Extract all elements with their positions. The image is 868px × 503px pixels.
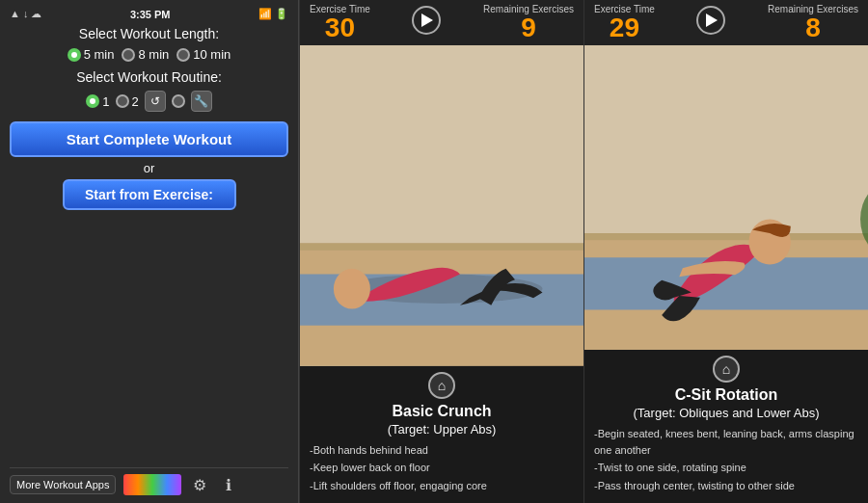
bottom-bar: More Workout Apps ⚙ ℹ — [10, 467, 288, 495]
app-icons-preview — [123, 474, 181, 495]
label-routine-2: 2 — [132, 94, 139, 109]
instruction-2-1: -Begin seated, knees bent, leaning back,… — [594, 426, 858, 458]
svg-point-7 — [334, 269, 370, 309]
exercise-time-value-2: 29 — [610, 14, 639, 41]
gear-icon[interactable]: ⚙ — [189, 474, 210, 495]
exercise-name-1: Basic Crunch — [310, 403, 574, 420]
instruction-1-1: -Both hands behind head — [310, 442, 574, 459]
svg-rect-2 — [300, 243, 583, 251]
radio-8min[interactable] — [122, 48, 135, 62]
play-button-2[interactable] — [696, 6, 725, 35]
home-btn-container-1: ⌂ — [310, 372, 574, 399]
video-area-1 — [300, 45, 583, 366]
instruction-1-2: -Keep lower back on floor — [310, 460, 574, 476]
exercise-time-stat-1: Exercise Time 30 — [310, 4, 370, 41]
svg-rect-10 — [584, 233, 868, 240]
play-button-1[interactable] — [412, 6, 441, 35]
status-bar: ▲ ↓ ☁ 3:35 PM 📶 🔋 — [10, 8, 288, 20]
remaining-value-2: 8 — [805, 14, 821, 41]
left-panel: ▲ ↓ ☁ 3:35 PM 📶 🔋 Select Workout Length:… — [0, 0, 299, 503]
radio-routine-2[interactable] — [116, 94, 129, 108]
instruction-2-2: -Twist to one side, rotating spine — [594, 460, 858, 476]
exercise-panel-1: Exercise Time 30 Remaining Exercises 9 — [299, 0, 583, 503]
instruction-1-3: -Lift shoulders off floor, engaging core — [310, 478, 574, 494]
routine-2[interactable]: 2 — [116, 94, 139, 109]
svg-rect-1 — [300, 45, 583, 247]
status-icons: ▲ ↓ ☁ — [10, 8, 42, 20]
workout-length-group: 5 min 8 min 10 min — [10, 47, 288, 62]
remaining-value-1: 9 — [521, 14, 536, 41]
right-panels: Exercise Time 30 Remaining Exercises 9 — [299, 0, 868, 503]
exercise-header-2: Exercise Time 29 Remaining Exercises 8 — [584, 0, 868, 45]
exercise-instructions-2: -Begin seated, knees bent, leaning back,… — [594, 426, 858, 493]
remaining-stat-1: Remaining Exercises 9 — [483, 4, 574, 41]
exercise-image-1 — [300, 45, 583, 366]
label-5min: 5 min — [84, 47, 115, 62]
length-5min[interactable]: 5 min — [68, 47, 115, 62]
radio-routine-extra[interactable] — [172, 94, 185, 108]
battery-icon: 📶 🔋 — [258, 8, 288, 20]
more-apps-label: More Workout Apps — [16, 479, 109, 490]
exercise-bg-svg-1 — [300, 45, 583, 366]
start-complete-workout-button[interactable]: Start Complete Workout — [10, 121, 288, 157]
exercise-target-1: (Target: Upper Abs) — [310, 422, 574, 437]
start-from-exercise-button[interactable]: Start from Exercise: — [63, 179, 236, 210]
length-8min[interactable]: 8 min — [122, 47, 169, 62]
exercise-footer-1: ⌂ Basic Crunch (Target: Upper Abs) -Both… — [300, 366, 583, 504]
workout-length-label: Select Workout Length: — [10, 26, 288, 41]
home-button-2[interactable]: ⌂ — [713, 356, 740, 383]
more-apps-button[interactable]: More Workout Apps — [10, 475, 116, 494]
instruction-2-3: -Pass through center, twisting to other … — [594, 478, 858, 494]
exercise-footer-2: ⌂ C-Sit Rotation (Target: Obliques and L… — [584, 350, 868, 503]
home-btn-container-2: ⌂ — [594, 356, 858, 383]
remaining-stat-2: Remaining Exercises 8 — [768, 4, 858, 41]
label-8min: 8 min — [138, 47, 169, 62]
exercise-time-stat-2: Exercise Time 29 — [594, 4, 655, 41]
settings-routine-btn[interactable]: 🔧 — [191, 91, 212, 112]
routine-1[interactable]: 1 — [86, 94, 109, 109]
exercise-panel-2: Exercise Time 29 Remaining Exercises 8 — [583, 0, 868, 503]
clock: 3:35 PM — [130, 9, 171, 20]
routine-label: Select Workout Routine: — [10, 69, 288, 85]
radio-routine-1[interactable] — [86, 94, 99, 108]
exercise-instructions-1: -Both hands behind head -Keep lower back… — [310, 442, 574, 494]
home-button-1[interactable]: ⌂ — [428, 372, 455, 399]
length-10min[interactable]: 10 min — [176, 47, 231, 62]
label-10min: 10 min — [193, 47, 231, 62]
label-routine-1: 1 — [102, 94, 109, 109]
play-triangle-2 — [706, 13, 718, 27]
routine-radio-extra[interactable] — [172, 94, 185, 108]
exercise-name-2: C-Sit Rotation — [594, 386, 858, 404]
exercise-header-1: Exercise Time 30 Remaining Exercises 9 — [300, 0, 583, 45]
exercise-time-value-1: 30 — [325, 14, 355, 41]
radio-10min[interactable] — [176, 48, 190, 62]
info-icon[interactable]: ℹ — [218, 474, 239, 495]
exercise-image-2 — [584, 45, 868, 350]
refresh-routine-btn[interactable]: ↺ — [145, 91, 166, 112]
or-text: or — [10, 161, 288, 175]
exercise-target-2: (Target: Obliques and Lower Abs) — [594, 406, 858, 420]
svg-rect-9 — [584, 45, 868, 237]
video-area-2 — [584, 45, 868, 350]
exercise-bg-svg-2 — [584, 45, 868, 350]
play-triangle-1 — [421, 13, 433, 27]
radio-5min[interactable] — [68, 48, 81, 62]
routine-group: 1 2 ↺ 🔧 — [10, 91, 288, 112]
